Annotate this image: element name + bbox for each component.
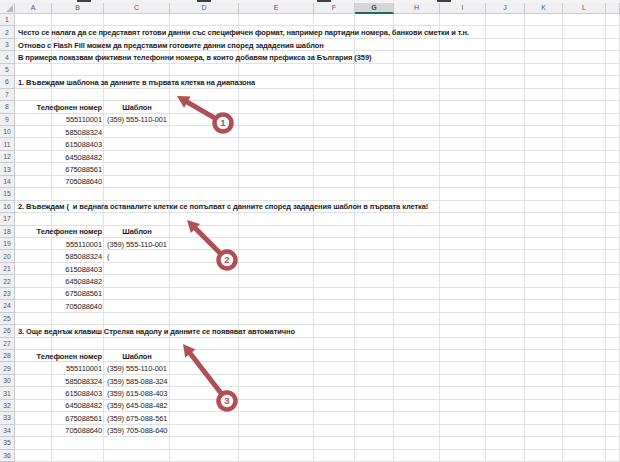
cell-J20[interactable] xyxy=(486,250,525,262)
cell-A2[interactable] xyxy=(15,26,52,38)
cell-D20[interactable] xyxy=(170,250,239,262)
cell-partial-28[interactable] xyxy=(606,350,620,362)
cell-L2[interactable] xyxy=(563,26,606,38)
cell-B21[interactable] xyxy=(52,263,104,275)
cell-E31[interactable] xyxy=(239,387,314,399)
cell-L14[interactable] xyxy=(563,176,606,188)
cell-F35[interactable] xyxy=(314,437,355,449)
cell-K25[interactable] xyxy=(525,313,563,325)
cell-I19[interactable] xyxy=(440,238,486,250)
cell-B35[interactable] xyxy=(52,437,104,449)
cell-D4[interactable] xyxy=(170,51,239,63)
cell-D22[interactable] xyxy=(170,275,239,287)
cell-G15[interactable] xyxy=(355,188,394,200)
cell-B7[interactable] xyxy=(52,89,104,101)
cell-H16[interactable] xyxy=(394,201,440,213)
cell-I11[interactable] xyxy=(440,138,486,150)
cell-H33[interactable] xyxy=(394,412,440,424)
cell-G28[interactable] xyxy=(355,350,394,362)
cell-L3[interactable] xyxy=(563,39,606,51)
cell-E16[interactable] xyxy=(239,201,314,213)
cell-partial-34[interactable] xyxy=(606,425,620,437)
column-header-E[interactable]: E xyxy=(239,3,314,14)
cell-partial-18[interactable] xyxy=(606,226,620,238)
cell-B13[interactable] xyxy=(52,163,104,175)
cell-G4[interactable] xyxy=(355,51,394,63)
cell-K14[interactable] xyxy=(525,176,563,188)
cell-E34[interactable] xyxy=(239,425,314,437)
cell-L18[interactable] xyxy=(563,226,606,238)
cell-I4[interactable] xyxy=(440,51,486,63)
cell-J15[interactable] xyxy=(486,188,525,200)
cell-C14[interactable] xyxy=(104,176,170,188)
column-header-L[interactable]: L xyxy=(563,3,606,14)
cell-K30[interactable] xyxy=(525,375,563,387)
row-header-26[interactable]: 26 xyxy=(0,325,15,337)
cell-G9[interactable] xyxy=(355,114,394,126)
cell-E33[interactable] xyxy=(239,412,314,424)
cell-A12[interactable] xyxy=(15,151,52,163)
row-header-34[interactable]: 34 xyxy=(0,425,15,437)
cell-I15[interactable] xyxy=(440,188,486,200)
cell-I34[interactable] xyxy=(440,425,486,437)
cell-A28[interactable] xyxy=(15,350,52,362)
cell-L12[interactable] xyxy=(563,151,606,163)
cell-G8[interactable] xyxy=(355,101,394,113)
cell-partial-21[interactable] xyxy=(606,263,620,275)
cell-C33[interactable] xyxy=(104,412,170,424)
cell-I28[interactable] xyxy=(440,350,486,362)
cell-H36[interactable] xyxy=(394,450,440,462)
cell-K27[interactable] xyxy=(525,338,563,350)
cell-D5[interactable] xyxy=(170,64,239,76)
cell-J29[interactable] xyxy=(486,362,525,374)
cell-G10[interactable] xyxy=(355,126,394,138)
cell-G33[interactable] xyxy=(355,412,394,424)
cell-E20[interactable] xyxy=(239,250,314,262)
cell-D18[interactable] xyxy=(170,226,239,238)
cell-partial-14[interactable] xyxy=(606,176,620,188)
cell-K36[interactable] xyxy=(525,450,563,462)
column-header-G[interactable]: G xyxy=(355,3,394,14)
row-header-16[interactable]: 16 xyxy=(0,201,15,213)
cell-C22[interactable] xyxy=(104,275,170,287)
cell-C5[interactable] xyxy=(104,64,170,76)
cell-L11[interactable] xyxy=(563,138,606,150)
row-header-2[interactable]: 2 xyxy=(0,26,15,38)
cell-F33[interactable] xyxy=(314,412,355,424)
cell-E32[interactable] xyxy=(239,400,314,412)
cell-C34[interactable] xyxy=(104,425,170,437)
cell-G1[interactable] xyxy=(355,14,394,26)
cell-K22[interactable] xyxy=(525,275,563,287)
cell-H3[interactable] xyxy=(394,39,440,51)
cell-G29[interactable] xyxy=(355,362,394,374)
cell-B10[interactable] xyxy=(52,126,104,138)
cell-I7[interactable] xyxy=(440,89,486,101)
cell-C4[interactable] xyxy=(104,51,170,63)
cell-F34[interactable] xyxy=(314,425,355,437)
column-header-J[interactable]: J xyxy=(486,3,525,14)
cell-F31[interactable] xyxy=(314,387,355,399)
cell-H15[interactable] xyxy=(394,188,440,200)
cell-partial-3[interactable] xyxy=(606,39,620,51)
cell-J22[interactable] xyxy=(486,275,525,287)
cell-D17[interactable] xyxy=(170,213,239,225)
cell-J24[interactable] xyxy=(486,300,525,312)
cell-H22[interactable] xyxy=(394,275,440,287)
cell-partial-6[interactable] xyxy=(606,76,620,88)
cell-D29[interactable] xyxy=(170,362,239,374)
cell-L4[interactable] xyxy=(563,51,606,63)
cell-B4[interactable] xyxy=(52,51,104,63)
cell-I1[interactable] xyxy=(440,14,486,26)
cell-J12[interactable] xyxy=(486,151,525,163)
row-header-12[interactable]: 12 xyxy=(0,151,15,163)
cell-K5[interactable] xyxy=(525,64,563,76)
cell-A25[interactable] xyxy=(15,313,52,325)
cell-K34[interactable] xyxy=(525,425,563,437)
cell-E30[interactable] xyxy=(239,375,314,387)
cell-F13[interactable] xyxy=(314,163,355,175)
cell-E9[interactable] xyxy=(239,114,314,126)
cell-G17[interactable] xyxy=(355,213,394,225)
cell-H12[interactable] xyxy=(394,151,440,163)
cell-C25[interactable] xyxy=(104,313,170,325)
cell-K33[interactable] xyxy=(525,412,563,424)
